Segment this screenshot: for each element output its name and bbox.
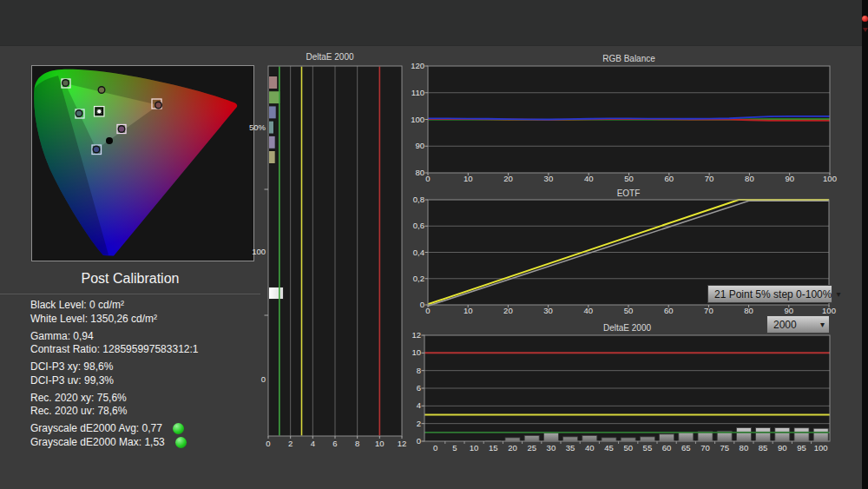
stat-text: Gamma: 0,94 (30, 330, 94, 344)
tick-label: 12 (411, 330, 421, 340)
tick-label: 90 (785, 174, 794, 183)
tick-label: 0,6 (413, 221, 424, 230)
stat-text: DCI-P3 uv: 99,3% (30, 374, 114, 388)
patch-bar-blue-50 (269, 106, 277, 119)
tick-label: 25 (527, 443, 536, 453)
tick-label: 0 (420, 300, 424, 309)
tick-label: 100 (814, 443, 828, 453)
target-dropdown-label: 2000 (773, 319, 816, 331)
screen-right-edge (862, 0, 868, 489)
tick-label: 8 (417, 366, 421, 375)
tick-label: 0,8 (413, 195, 424, 204)
patch-bar-white (269, 287, 284, 300)
tick-label: 100 (822, 306, 836, 314)
stat-text: Rec. 2020 xy: 75,6% (30, 392, 127, 406)
tick-label: 40 (584, 306, 594, 314)
stat-line: Gamma: 0,94 (30, 330, 198, 344)
grayscale-bar (582, 435, 597, 441)
grayscale-bar (794, 428, 809, 441)
rgb-balance-chart: 80901001101200102030405060708090100 (408, 50, 842, 185)
stat-text: Grayscale dE2000 Avg: 0,77 (30, 422, 162, 436)
tick-label: 45 (604, 443, 614, 453)
patch-bar-magenta-50 (269, 135, 276, 149)
stat-text: Grayscale dE2000 Max: 1,53 (30, 436, 165, 450)
stat-text: White Level: 1350,26 cd/m² (30, 313, 157, 327)
tick-label: 0 (417, 436, 421, 446)
divider (0, 294, 260, 294)
stat-line: Rec. 2020 xy: 75,6% (30, 392, 198, 406)
tick-label: 10 (411, 347, 421, 357)
patch-bar-yellow-50 (269, 151, 276, 164)
calibration-report-screen: Post Calibration Black Level: 0 cd/m²Whi… (0, 0, 868, 489)
patch-bar-red-50 (269, 76, 278, 89)
tick-label: 60 (665, 174, 674, 183)
grayscale-bar (602, 438, 616, 441)
stat-line: White Level: 1350,26 cd/m² (30, 313, 198, 327)
tick-label: 80 (415, 168, 424, 177)
grayscale-bar (756, 427, 771, 441)
tick-label: 10 (470, 443, 479, 453)
tick-label: 120 (411, 61, 424, 70)
tick-label: 50 (624, 306, 634, 314)
tick-label: 10 (375, 439, 385, 448)
tick-label: 50 (624, 174, 634, 183)
tick-label: 80 (745, 174, 754, 183)
tick-label: 85 (759, 443, 768, 453)
target-dropdown[interactable]: 2000 ▾ (766, 315, 830, 334)
patches-deltae-chart: 50%1000024681012 (247, 50, 412, 454)
tick-label: 40 (585, 443, 595, 453)
tick-label: 40 (584, 174, 594, 183)
stat-line: Contrast Ratio: 128595997583312:1 (30, 343, 198, 357)
stat-text: Contrast Ratio: 128595997583312:1 (30, 343, 198, 357)
tick-label: 30 (543, 306, 553, 314)
record-indicator-icon (862, 16, 868, 22)
tick-label: 35 (566, 443, 575, 453)
stat-line: DCI-P3 uv: 99,3% (30, 374, 198, 388)
tick-label: 0 (261, 374, 266, 384)
stat-line: Rec. 2020 uv: 78,6% (30, 405, 198, 419)
tick-label: 70 (705, 174, 714, 183)
stat-text: DCI-P3 xy: 98,6% (30, 360, 113, 374)
measurement-stats: Black Level: 0 cd/m²White Level: 1350,26… (30, 299, 198, 449)
stat-text: Rec. 2020 uv: 78,6% (30, 405, 127, 419)
tick-label: 80 (744, 306, 753, 314)
tick-label: 0 (425, 174, 430, 183)
stat-text: Black Level: 0 cd/m² (30, 299, 124, 313)
tick-label: 65 (681, 443, 691, 453)
tick-label: 90 (785, 306, 794, 314)
tick-label: 0 (433, 443, 437, 453)
tick-label: 100 (823, 174, 837, 183)
tick-label: 30 (544, 174, 554, 183)
tick-label: 95 (797, 443, 806, 453)
patch-bar-cyan-50 (269, 121, 274, 134)
tick-label: 100 (252, 247, 266, 256)
tick-label: 0 (266, 439, 270, 448)
edge-arrow-icon (863, 28, 868, 32)
points-dropdown[interactable]: 21 Point 5% step 0-100% ▾ (707, 285, 832, 303)
tick-label: 2 (288, 439, 293, 448)
page-title: Post Calibration (0, 271, 260, 287)
grayscale-bar (813, 428, 828, 441)
grayscale-bar (543, 433, 558, 441)
grayscale-bar (640, 437, 654, 441)
tick-label: 100 (411, 115, 424, 124)
tick-label: 20 (503, 306, 513, 314)
grayscale-bar (505, 438, 520, 441)
tick-label: 6 (332, 439, 337, 448)
tick-label: 2 (417, 419, 421, 428)
top-toolbar-collapsed (0, 0, 868, 46)
tick-label: 15 (489, 443, 498, 453)
tick-label: 10 (464, 174, 473, 183)
tick-label: 20 (508, 443, 517, 453)
status-pass-icon (173, 423, 184, 434)
tick-label: 60 (664, 306, 674, 314)
stat-line: Grayscale dE2000 Max: 1,53 (30, 436, 198, 450)
tick-label: 0,4 (413, 248, 424, 257)
grayscale-bar (775, 427, 790, 441)
tick-label: 70 (704, 306, 713, 314)
chevron-down-icon: ▾ (836, 289, 840, 299)
patch-bar-green-50 (269, 91, 280, 104)
tick-label: 80 (740, 443, 749, 453)
tick-label: 8 (355, 439, 359, 448)
tick-label: 110 (411, 88, 424, 97)
